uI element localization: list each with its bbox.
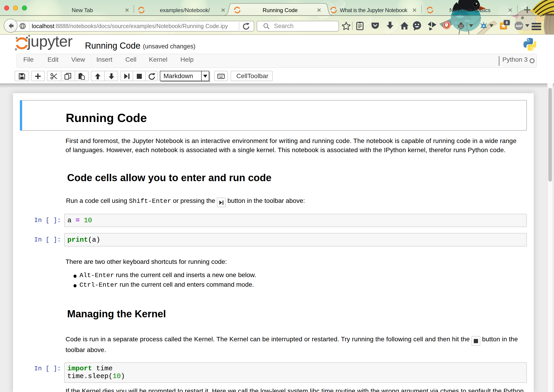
svg-text:ABP: ABP xyxy=(515,24,522,28)
